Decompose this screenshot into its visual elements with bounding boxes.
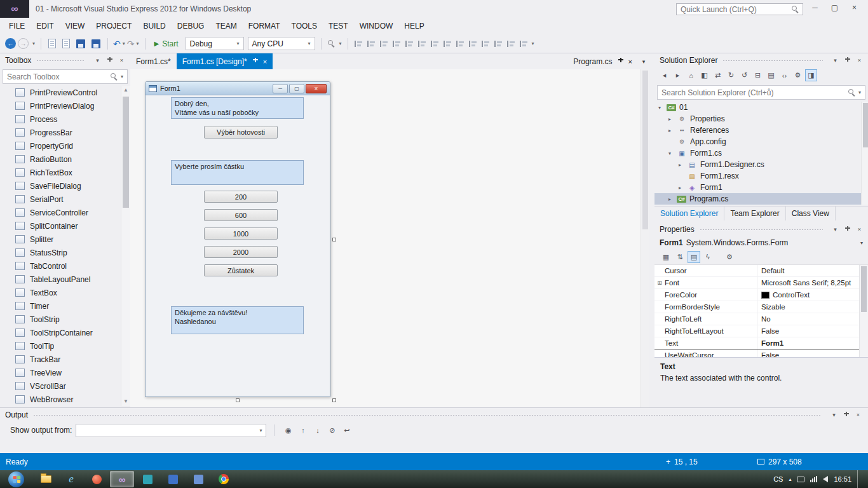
tab-form1-design[interactable]: Form1.cs [Design]* × xyxy=(177,53,273,69)
output-toolbar-icon[interactable]: ↓ xyxy=(311,424,323,437)
navigate-back-icon[interactable]: ← xyxy=(5,38,16,49)
solution-toolbar-icon[interactable]: ↻ xyxy=(725,69,737,81)
expander-icon[interactable]: ▸ xyxy=(668,196,677,202)
toolbox-item[interactable]: RichTextBox xyxy=(0,166,121,179)
language-indicator[interactable]: CS xyxy=(773,475,783,483)
output-toolbar-icon[interactable]: ⊘ xyxy=(326,424,338,437)
toolbox-item[interactable]: Timer xyxy=(0,299,121,313)
toolbox-scrollbar[interactable]: ▲ ▼ xyxy=(121,86,130,406)
tree-item[interactable]: ▸ ▤ Form1.Designer.cs xyxy=(654,159,868,170)
tray-network-icon[interactable] xyxy=(810,476,817,482)
taskbar-app[interactable] xyxy=(186,471,210,487)
menu-item[interactable]: DEBUG xyxy=(172,18,210,34)
property-row[interactable]: ⊞ Font Microsoft Sans Serif; 8,25pt xyxy=(654,277,859,289)
toolbox-item[interactable]: TreeView xyxy=(0,366,121,379)
toolbox-item[interactable]: WebBrowser xyxy=(0,393,121,406)
quick-launch-input[interactable]: Quick Launch (Ctrl+Q) xyxy=(676,3,803,15)
close-button[interactable]: × xyxy=(844,0,864,15)
tree-item[interactable]: ▾ ▣ Form1.cs xyxy=(654,147,868,159)
menu-item[interactable]: WINDOW xyxy=(354,18,399,34)
tree-item[interactable]: ▸ ▪▪ References xyxy=(654,125,868,136)
close-icon[interactable]: × xyxy=(855,56,864,65)
close-icon[interactable]: × xyxy=(853,410,863,419)
taskbar-app[interactable] xyxy=(135,471,159,487)
expander-icon[interactable]: ▸ xyxy=(679,185,687,191)
resize-handle-corner[interactable] xyxy=(332,398,336,402)
toolbox-item[interactable]: StatusStrip xyxy=(0,246,121,259)
solution-search-input[interactable]: Search Solution Explorer (Ctrl+ů) ▾ xyxy=(657,85,865,100)
solution-platform-select[interactable]: Any CPU ▾ xyxy=(248,37,315,50)
tree-item[interactable]: ⚙ App.config xyxy=(654,136,868,147)
expander-icon[interactable]: ▾ xyxy=(658,105,667,111)
format-icon[interactable] xyxy=(430,39,440,49)
menu-item[interactable]: TEAM xyxy=(210,18,242,34)
property-row[interactable]: Text Form1 xyxy=(654,337,859,349)
tree-item[interactable]: ▾ C# 01 xyxy=(654,102,868,113)
explorer-tab[interactable]: Solution Explorer xyxy=(654,207,724,220)
explorer-tab[interactable]: Class View xyxy=(786,207,836,220)
toolbox-item[interactable]: TextBox xyxy=(0,286,121,299)
expander-icon[interactable]: ▾ xyxy=(668,151,677,156)
scrollbar-thumb[interactable] xyxy=(863,103,868,147)
taskbar-app[interactable]: ∞ xyxy=(110,471,134,487)
withdraw-button[interactable]: Výběr hotovosti xyxy=(204,126,278,139)
amount-button[interactable]: Zůstatek xyxy=(204,264,278,276)
resize-handle-bottom[interactable] xyxy=(236,398,240,402)
window-position-chevron-icon[interactable]: ▾ xyxy=(829,410,839,419)
solution-toolbar-icon[interactable]: ◂ xyxy=(658,69,670,81)
tray-display-icon[interactable] xyxy=(797,477,804,482)
toolbox-item[interactable]: SaveFileDialog xyxy=(0,179,121,193)
format-icon[interactable] xyxy=(366,39,376,49)
pin-icon[interactable] xyxy=(617,58,624,65)
pin-icon[interactable] xyxy=(843,225,852,234)
solution-toolbar-icon[interactable]: ⇄ xyxy=(712,69,724,81)
solution-toolbar-icon[interactable]: ↺ xyxy=(738,69,750,81)
document-list-chevron-icon[interactable]: ▾ xyxy=(638,53,649,69)
toolbox-item[interactable]: TableLayoutPanel xyxy=(0,273,121,286)
property-value[interactable]: ControlText xyxy=(757,291,859,299)
tab-form1-cs[interactable]: Form1.cs* xyxy=(130,53,177,69)
pin-icon[interactable] xyxy=(252,58,259,65)
amount-button[interactable]: 2000 xyxy=(204,246,278,258)
form-body[interactable]: Dobrý den, Vítáme vás u naší pobočky Výb… xyxy=(146,95,330,396)
menu-item[interactable]: FILE xyxy=(3,18,31,34)
tree-item[interactable]: ▸ C# Program.cs xyxy=(654,193,868,205)
choose-amount-label[interactable]: Vyberte prosím částku xyxy=(171,160,304,185)
start-debug-button[interactable]: ▶ Start xyxy=(149,39,184,48)
pin-icon[interactable] xyxy=(841,410,851,419)
solution-toolbar-icon[interactable]: ▸ xyxy=(672,69,684,81)
properties-toolbar-icon[interactable]: ϟ xyxy=(702,251,714,263)
toolbox-item[interactable]: RadioButton xyxy=(0,152,121,166)
property-row[interactable]: Cursor Default xyxy=(654,265,859,277)
properties-toolbar-icon[interactable]: ▤ xyxy=(688,251,700,263)
properties-toolbar-icon[interactable]: ⚙ xyxy=(723,251,736,263)
property-row[interactable]: RightToLeft No xyxy=(654,313,859,325)
format-icon[interactable] xyxy=(391,39,402,49)
scroll-up-icon[interactable]: ▲ xyxy=(121,86,130,95)
toolbox-item[interactable]: ToolStrip xyxy=(0,313,121,326)
output-toolbar-icon[interactable]: ↩ xyxy=(341,424,353,437)
property-row[interactable]: UseWaitCursor False xyxy=(654,349,859,357)
find-in-files-icon[interactable] xyxy=(325,37,337,50)
open-file-icon[interactable] xyxy=(62,39,70,48)
taskbar-app[interactable] xyxy=(161,471,185,487)
toolbox-item[interactable]: TabControl xyxy=(0,259,121,273)
properties-header[interactable]: Properties ▾ × xyxy=(654,222,868,236)
menu-item[interactable]: BUILD xyxy=(137,18,171,34)
redo-chevron-icon[interactable]: ▾ xyxy=(137,41,139,46)
format-icon[interactable] xyxy=(480,39,491,49)
format-icon[interactable] xyxy=(404,39,414,49)
tree-item[interactable]: ▸ ◈ Form1 xyxy=(654,182,868,193)
close-tab-icon[interactable]: × xyxy=(628,58,632,65)
pin-icon[interactable] xyxy=(105,56,114,65)
toolbox-item[interactable]: ServiceController xyxy=(0,206,121,219)
solution-toolbar-icon[interactable]: ⌂ xyxy=(685,69,697,81)
format-icon[interactable] xyxy=(353,39,363,49)
tree-item[interactable]: ▤ Form1.resx xyxy=(654,170,868,182)
new-file-icon[interactable] xyxy=(48,39,56,48)
format-icon[interactable] xyxy=(519,39,529,49)
menu-item[interactable]: EDIT xyxy=(31,18,59,34)
property-value[interactable]: False xyxy=(757,327,859,335)
amount-button[interactable]: 200 xyxy=(204,191,278,203)
expander-icon[interactable]: ▸ xyxy=(668,128,677,133)
